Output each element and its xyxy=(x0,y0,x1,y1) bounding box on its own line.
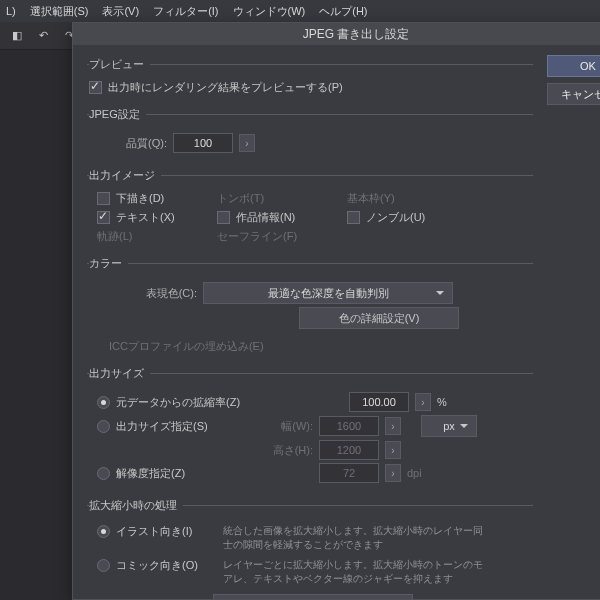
quality-label: 品質(Q): xyxy=(117,136,167,151)
track-check: 軌跡(L) xyxy=(97,229,217,244)
group-legend: カラー xyxy=(89,256,128,271)
group-legend: 拡大縮小時の処理 xyxy=(89,498,183,513)
stepper-button[interactable]: › xyxy=(239,134,255,152)
ok-button[interactable]: OK xyxy=(547,55,600,77)
quality-input[interactable] xyxy=(173,133,233,153)
stepper-button[interactable]: › xyxy=(415,393,431,411)
menu-item[interactable]: ヘルプ(H) xyxy=(319,4,367,19)
checkbox-icon xyxy=(89,81,102,94)
color-detail-button[interactable]: 色の詳細設定(V) xyxy=(299,307,459,329)
jpeg-export-dialog: JPEG 書き出し設定 × プレビュー 出力時にレンダリング結果をプレビューする… xyxy=(72,22,600,600)
menu-item[interactable]: L) xyxy=(6,5,16,17)
width-label: 幅(W): xyxy=(253,419,313,434)
radio-icon xyxy=(97,467,110,480)
checkbox-icon xyxy=(97,211,110,224)
menu-item[interactable]: ウィンドウ(W) xyxy=(233,4,306,19)
stepper-button: › xyxy=(385,441,401,459)
crop-check: トンボ(T) xyxy=(217,191,347,206)
tool-icon[interactable]: ◧ xyxy=(8,27,26,45)
menu-item[interactable]: 表示(V) xyxy=(102,4,139,19)
meta-check[interactable]: 作品情報(N) xyxy=(217,210,347,225)
raster-label: ラスタライズ(A): xyxy=(117,598,207,600)
radio-icon xyxy=(97,559,110,572)
icc-check: ICCプロファイルの埋め込み(E) xyxy=(89,339,531,354)
menu-item[interactable]: 選択範囲(S) xyxy=(30,4,89,19)
group-legend: 出力サイズ xyxy=(89,366,150,381)
cancel-button[interactable]: キャンセル xyxy=(547,83,600,105)
comic-radio[interactable]: コミック向き(O) xyxy=(97,558,217,573)
ratio-radio[interactable]: 元データからの拡縮率(Z) xyxy=(97,395,287,410)
output-image-group: 出力イメージ 下描き(D) トンボ(T) 基本枠(Y) テキスト(X) 作品情報… xyxy=(87,168,533,246)
radio-icon xyxy=(97,396,110,409)
safe-check: セーフライン(F) xyxy=(217,229,347,244)
width-input xyxy=(319,416,379,436)
illust-radio[interactable]: イラスト向き(I) xyxy=(97,524,217,539)
comic-desc: レイヤーごとに拡大縮小します。拡大縮小時のトーンのモアレ、テキストやベクター線の… xyxy=(223,558,483,586)
preview-group: プレビュー 出力時にレンダリング結果をプレビューする(P) xyxy=(87,57,533,97)
stepper-button: › xyxy=(385,417,401,435)
raster-dropdown[interactable]: 品質優先 xyxy=(213,594,413,599)
checkbox-icon xyxy=(217,211,230,224)
preview-render-check[interactable]: 出力時にレンダリング結果をプレビューする(P) xyxy=(89,80,531,95)
base-check: 基本枠(Y) xyxy=(347,191,477,206)
menu-item[interactable]: フィルター(I) xyxy=(153,4,218,19)
dpi-unit: dpi xyxy=(407,467,422,479)
stepper-button: › xyxy=(385,464,401,482)
group-legend: プレビュー xyxy=(89,57,150,72)
checkbox-icon xyxy=(347,211,360,224)
height-label: 高さ(H): xyxy=(253,443,313,458)
dpi-radio[interactable]: 解像度指定(Z) xyxy=(97,466,247,481)
dialog-title: JPEG 書き出し設定 xyxy=(303,26,410,43)
menubar: L) 選択範囲(S) 表示(V) フィルター(I) ウィンドウ(W) ヘルプ(H… xyxy=(0,0,600,22)
color-group: カラー 表現色(C): 最適な色深度を自動判別 色の詳細設定(V) ICCプロフ… xyxy=(87,256,533,356)
jpeg-group: JPEG設定 品質(Q): › xyxy=(87,107,533,158)
height-input xyxy=(319,440,379,460)
output-size-group: 出力サイズ 元データからの拡縮率(Z) › % 出力サイズ指定(S) 幅(W):… xyxy=(87,366,533,488)
radio-icon xyxy=(97,420,110,433)
dpi-input xyxy=(319,463,379,483)
ratio-input[interactable] xyxy=(349,392,409,412)
scaling-group: 拡大縮小時の処理 イラスト向き(I) 統合した画像を拡大縮小します。拡大縮小時の… xyxy=(87,498,533,599)
group-legend: 出力イメージ xyxy=(89,168,161,183)
draft-check[interactable]: 下描き(D) xyxy=(97,191,217,206)
expr-color-label: 表現色(C): xyxy=(117,286,197,301)
expr-color-dropdown[interactable]: 最適な色深度を自動判別 xyxy=(203,282,453,304)
nombre-check[interactable]: ノンブル(U) xyxy=(347,210,477,225)
radio-icon xyxy=(97,525,110,538)
undo-icon[interactable]: ↶ xyxy=(34,27,52,45)
checkbox-icon xyxy=(97,192,110,205)
group-legend: JPEG設定 xyxy=(89,107,146,122)
text-check[interactable]: テキスト(X) xyxy=(97,210,217,225)
size-radio[interactable]: 出力サイズ指定(S) xyxy=(97,419,247,434)
unit-label: % xyxy=(437,396,447,408)
titlebar: JPEG 書き出し設定 × xyxy=(73,23,600,45)
illust-desc: 統合した画像を拡大縮小します。拡大縮小時のレイヤー同士の隙間を軽減することができ… xyxy=(223,524,483,552)
unit-dropdown[interactable]: px xyxy=(421,415,477,437)
